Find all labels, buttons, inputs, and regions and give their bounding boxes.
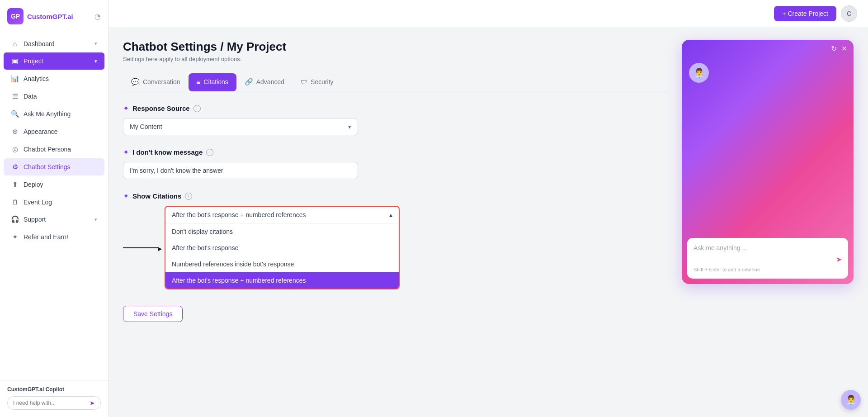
citation-option-none[interactable]: Don't display citations (165, 223, 399, 240)
sidebar-item-label: Chatbot Settings (24, 163, 71, 171)
dont-know-section: ✦ I don't know message i (123, 148, 669, 179)
sidebar-item-label: Deploy (24, 181, 43, 188)
response-source-value: My Content (130, 123, 162, 130)
send-icon[interactable]: ➤ (836, 255, 842, 264)
sparkle-icon: ✦ (123, 148, 129, 156)
close-icon[interactable]: ✕ (841, 44, 847, 53)
gift-icon: ✦ (11, 233, 19, 241)
sidebar-item-label: Ask Me Anything (24, 110, 71, 118)
tabs-bar: 💬 Conversation ≡ Citations 🔗 Advanced 🛡 … (123, 73, 669, 91)
save-settings-button[interactable]: Save Settings (123, 306, 183, 322)
response-source-section: ✦ Response Source i My Content ▾ (123, 104, 669, 135)
chat-hint: Shift + Enter to add a new line (693, 267, 842, 272)
sidebar-item-project[interactable]: ▣ Project ▾ (4, 52, 104, 70)
response-source-select[interactable]: My Content ▾ (123, 118, 358, 135)
citations-dropdown-header[interactable]: After the bot's response + numbered refe… (165, 207, 399, 223)
sidebar-item-label: Dashboard (24, 40, 55, 47)
sidebar-item-label: Support (24, 216, 46, 223)
tab-security[interactable]: 🛡 Security (292, 73, 342, 91)
sidebar-item-chatbot-persona[interactable]: ◎ Chatbot Persona (4, 141, 104, 158)
copilot-label: CustomGPT.ai Copilot (7, 386, 101, 393)
chat-input-area: Ask me anything ... ➤ Shift + Enter to a… (687, 238, 848, 279)
tab-citations[interactable]: ≡ Citations (189, 73, 236, 91)
security-tab-icon: 🛡 (301, 78, 307, 86)
copilot-input-wrap: ➤ (7, 396, 101, 410)
citation-option-numbered[interactable]: Numbered references inside bot's respons… (165, 256, 399, 272)
response-source-header: ✦ Response Source i (123, 104, 669, 113)
user-avatar[interactable]: C (841, 5, 857, 22)
chevron-down-icon: ▾ (348, 123, 351, 130)
sidebar-item-label: Chatbot Persona (24, 146, 71, 153)
tab-conversation[interactable]: 💬 Conversation (123, 73, 189, 91)
page-subtitle: Settings here apply to all deployment op… (123, 56, 669, 62)
show-citations-info-icon[interactable]: i (185, 193, 192, 200)
sidebar-item-refer-earn[interactable]: ✦ Refer and Earn! (4, 228, 104, 246)
dont-know-input[interactable] (123, 162, 358, 179)
dont-know-info-icon[interactable]: i (206, 149, 213, 156)
advanced-tab-icon: 🔗 (245, 78, 253, 86)
sidebar-item-label: Project (24, 57, 43, 65)
tab-security-label: Security (311, 78, 334, 85)
page-title: Chatbot Settings / My Project (123, 40, 669, 54)
analytics-icon: 📊 (11, 75, 19, 83)
tab-advanced[interactable]: 🔗 Advanced (236, 73, 292, 91)
deploy-icon: ⬆ (11, 180, 19, 189)
chat-preview: ↻ ✕ 👨‍💼 Ask me anything ... ➤ Shift + En… (682, 40, 854, 284)
appearance-icon: ⊕ (11, 128, 19, 136)
bottom-avatar[interactable]: 👨‍💼 (841, 390, 861, 410)
sidebar-item-event-log[interactable]: 🗒 Event Log (4, 194, 104, 210)
sidebar-nav: ⌂ Dashboard ▾ ▣ Project ▾ 📊 Analytics ☰ … (0, 31, 108, 380)
search-icon: 🔍 (11, 110, 19, 118)
send-icon[interactable]: ➤ (90, 399, 95, 407)
chat-input-placeholder[interactable]: Ask me anything ... (693, 244, 842, 251)
response-source-info-icon[interactable]: i (193, 105, 201, 112)
logo-icon: GP (7, 8, 24, 24)
conversation-tab-icon: 💬 (131, 78, 140, 86)
copilot-input[interactable] (13, 400, 87, 406)
sidebar-item-appearance[interactable]: ⊕ Appearance (4, 123, 104, 140)
citations-tab-icon: ≡ (197, 78, 201, 86)
logo-text: CustomGPT.ai (27, 13, 73, 20)
sidebar-item-label: Analytics (24, 75, 49, 82)
support-icon: 🎧 (11, 215, 19, 223)
sidebar-item-label: Data (24, 93, 37, 100)
page-content: Chatbot Settings / My Project Settings h… (108, 27, 868, 417)
sidebar-item-chatbot-settings[interactable]: ⚙ Chatbot Settings (4, 158, 104, 175)
sidebar-item-ask-me-anything[interactable]: 🔍 Ask Me Anything (4, 105, 104, 123)
chatbot-avatar: 👨‍💼 (689, 63, 709, 83)
log-icon: 🗒 (11, 198, 19, 206)
show-citations-section: ✦ Show Citations i ▶ After the bot's res… (123, 192, 669, 289)
sidebar-item-support[interactable]: 🎧 Support ▾ (4, 211, 104, 228)
create-project-button[interactable]: + Create Project (774, 6, 836, 21)
sparkle-icon: ✦ (123, 192, 129, 200)
refresh-icon[interactable]: ↻ (831, 44, 837, 53)
sidebar-item-data[interactable]: ☰ Data (4, 88, 104, 105)
chat-input-footer: ➤ (693, 255, 842, 264)
citations-dropdown: After the bot's response + numbered refe… (165, 206, 400, 289)
sidebar: GP CustomGPT.ai ◔ ⌂ Dashboard ▾ ▣ Projec… (0, 0, 108, 417)
sidebar-item-analytics[interactable]: 📊 Analytics (4, 70, 104, 87)
chevron-down-icon: ▾ (94, 41, 97, 47)
sidebar-item-deploy[interactable]: ⬆ Deploy (4, 176, 104, 193)
left-panel: Chatbot Settings / My Project Settings h… (123, 40, 669, 404)
chat-preview-panel: ↻ ✕ 👨‍💼 Ask me anything ... ➤ Shift + En… (682, 40, 854, 404)
copilot-section: CustomGPT.ai Copilot ➤ (0, 380, 108, 417)
citation-option-after[interactable]: After the bot's response (165, 240, 399, 256)
sparkle-icon: ✦ (123, 104, 129, 113)
tab-advanced-label: Advanced (256, 78, 284, 85)
citation-option-after-numbered[interactable]: After the bot's response + numbered refe… (165, 272, 399, 289)
tab-citations-label: Citations (203, 78, 228, 85)
chevron-down-icon: ▾ (94, 58, 97, 64)
settings-icon: ⚙ (11, 163, 19, 171)
dont-know-header: ✦ I don't know message i (123, 148, 669, 156)
chevron-up-icon: ▴ (389, 211, 392, 218)
sidebar-item-dashboard[interactable]: ⌂ Dashboard ▾ (4, 35, 104, 52)
chat-preview-header: ↻ ✕ (682, 40, 854, 57)
sidebar-item-label: Refer and Earn! (24, 233, 68, 241)
sidebar-item-label: Event Log (24, 199, 52, 206)
data-icon: ☰ (11, 92, 19, 100)
topbar: + Create Project C (108, 0, 868, 27)
citations-selected-label: After the bot's response + numbered refe… (172, 211, 306, 218)
clock-icon[interactable]: ◔ (94, 12, 101, 21)
sidebar-item-label: Appearance (24, 128, 58, 135)
